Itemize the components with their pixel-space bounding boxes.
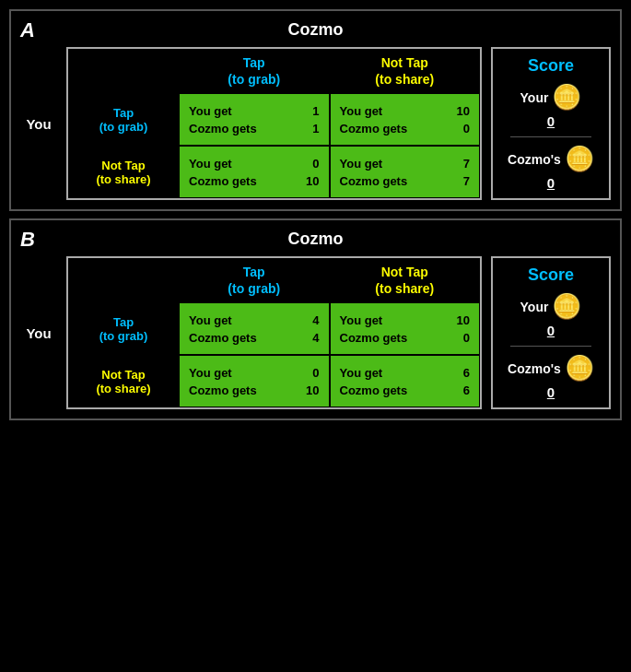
cozmo-gets-label: Cozmo gets	[189, 122, 257, 136]
row-header-1: Not Tap(to share)	[68, 355, 179, 407]
row-header-label: Not Tap(to share)	[96, 159, 150, 186]
row-header-0: Tap(to grab)	[68, 93, 179, 146]
row-header-1: Not Tap(to share)	[68, 146, 179, 198]
your-label: Your	[520, 300, 549, 314]
row-header-label: Tap(to grab)	[99, 315, 148, 343]
cozmo-gets-value: 6	[463, 383, 470, 397]
panel-label-B: B	[20, 228, 35, 252]
you-label-B: You	[20, 256, 57, 409]
cell-cozmo-gets-line: Cozmo gets7	[340, 174, 471, 188]
cell-0-1: You get10Cozmo gets0	[330, 302, 481, 355]
cell-cozmo-gets-line: Cozmo gets0	[340, 122, 471, 136]
cell-cozmo-gets-line: Cozmo gets10	[189, 174, 320, 188]
you-get-value: 0	[312, 366, 319, 380]
panel-title-B: Cozmo	[20, 230, 611, 249]
matrix-row-1: Not Tap(to share)You get0Cozmo gets10You…	[68, 355, 480, 407]
cell-1-0: You get0Cozmo gets10	[179, 146, 330, 198]
cell-1-1: You get7Cozmo gets7	[330, 146, 481, 198]
cell-0-0: You get1Cozmo gets1	[179, 93, 330, 146]
cozmo-gets-label: Cozmo gets	[189, 383, 257, 397]
you-get-value: 6	[463, 366, 470, 380]
row-header-0: Tap(to grab)	[68, 302, 179, 355]
your-label: Your	[520, 90, 549, 105]
your-score-entry: Your 🪙 0	[520, 83, 582, 129]
cozmo-gets-label: Cozmo gets	[340, 122, 408, 136]
cell-1-1: You get6Cozmo gets6	[330, 355, 481, 407]
cozmos-label: Cozmo's	[508, 152, 561, 167]
cozmo-gets-value: 0	[463, 331, 470, 345]
your-score-value: 0	[547, 323, 555, 338]
cozmo-gets-value: 1	[312, 122, 319, 136]
cozmo-gets-value: 4	[312, 331, 319, 345]
you-get-value: 10	[457, 313, 470, 327]
cozmos-coin-icon: 🪙	[565, 354, 594, 383]
cell-you-get-line: You get10	[340, 313, 471, 327]
cozmo-gets-value: 10	[306, 174, 319, 188]
cell-cozmo-gets-line: Cozmo gets6	[340, 383, 471, 397]
you-get-label: You get	[340, 104, 383, 118]
your-score-row: Your 🪙	[520, 83, 582, 112]
score-box-A: Score Your 🪙 0 Cozmo's 🪙 0	[491, 47, 611, 200]
score-title: Score	[528, 56, 574, 76]
you-get-label: You get	[340, 157, 383, 171]
cozmos-label: Cozmo's	[508, 361, 561, 376]
score-divider	[510, 346, 591, 347]
matrix-body: Tap(to grab)You get1Cozmo gets1You get10…	[68, 93, 480, 198]
cozmo-gets-label: Cozmo gets	[340, 383, 408, 397]
cell-you-get-line: You get1	[189, 104, 320, 118]
you-get-label: You get	[189, 313, 232, 327]
cell-you-get-line: You get6	[340, 366, 471, 380]
cozmo-gets-value: 0	[463, 122, 470, 136]
cell-you-get-line: You get0	[189, 157, 320, 171]
you-get-value: 10	[457, 104, 470, 118]
your-coin-icon: 🪙	[552, 292, 581, 321]
cell-cozmo-gets-line: Cozmo gets1	[189, 122, 320, 136]
you-label-A: You	[20, 47, 57, 200]
col-header-label: Tap(to grab)	[228, 265, 280, 296]
cell-0-1: You get10Cozmo gets0	[330, 93, 481, 146]
row-header-label: Not Tap(to share)	[96, 368, 150, 395]
matrix-row-0: Tap(to grab)You get1Cozmo gets1You get10…	[68, 93, 480, 146]
cozmos-score-value: 0	[547, 175, 555, 191]
cozmo-gets-label: Cozmo gets	[340, 174, 408, 188]
cell-1-0: You get0Cozmo gets10	[179, 355, 330, 407]
panel-content-B: YouTap(to grab)Not Tap(to share)Tap(to g…	[20, 256, 611, 409]
panel-label-A: A	[20, 18, 35, 42]
panel-title-A: Cozmo	[20, 20, 611, 40]
col-header-0: Tap(to grab)	[179, 258, 330, 302]
cozmos-score-entry: Cozmo's 🪙 0	[508, 354, 594, 400]
cell-you-get-line: You get4	[189, 313, 320, 327]
cozmo-gets-label: Cozmo gets	[189, 174, 257, 188]
cell-0-0: You get4Cozmo gets4	[179, 302, 330, 355]
cell-cozmo-gets-line: Cozmo gets10	[189, 383, 320, 397]
cell-cozmo-gets-line: Cozmo gets4	[189, 331, 320, 345]
matrix-corner	[68, 258, 179, 302]
you-get-label: You get	[189, 104, 232, 118]
you-get-label: You get	[340, 366, 383, 380]
row-header-label: Tap(to grab)	[99, 106, 148, 134]
cozmos-score-value: 0	[547, 384, 555, 400]
you-get-value: 1	[312, 104, 319, 118]
col-header-label: Not Tap(to share)	[375, 55, 434, 87]
your-score-row: Your 🪙	[520, 292, 582, 321]
panel-B: BCozmoYouTap(to grab)Not Tap(to share)Ta…	[9, 218, 622, 420]
matrix-body: Tap(to grab)You get4Cozmo gets4You get10…	[68, 302, 480, 407]
col-header-0: Tap(to grab)	[179, 49, 330, 93]
you-get-value: 0	[312, 157, 319, 171]
cozmos-score-row: Cozmo's 🪙	[508, 145, 594, 173]
cozmo-gets-value: 10	[306, 383, 319, 397]
panel-content-A: YouTap(to grab)Not Tap(to share)Tap(to g…	[20, 47, 611, 200]
matrix-row-1: Not Tap(to share)You get0Cozmo gets10You…	[68, 146, 480, 198]
cell-you-get-line: You get0	[189, 366, 320, 380]
matrix-corner	[68, 49, 179, 93]
cell-you-get-line: You get7	[340, 157, 471, 171]
cozmo-gets-label: Cozmo gets	[189, 331, 257, 345]
matrix-A: Tap(to grab)Not Tap(to share)Tap(to grab…	[66, 47, 482, 200]
you-get-label: You get	[340, 313, 383, 327]
you-get-value: 7	[463, 157, 470, 171]
cozmo-gets-value: 7	[463, 174, 470, 188]
your-score-entry: Your 🪙 0	[520, 292, 582, 338]
cell-you-get-line: You get10	[340, 104, 471, 118]
cell-cozmo-gets-line: Cozmo gets0	[340, 331, 471, 345]
col-header-1: Not Tap(to share)	[330, 49, 481, 93]
